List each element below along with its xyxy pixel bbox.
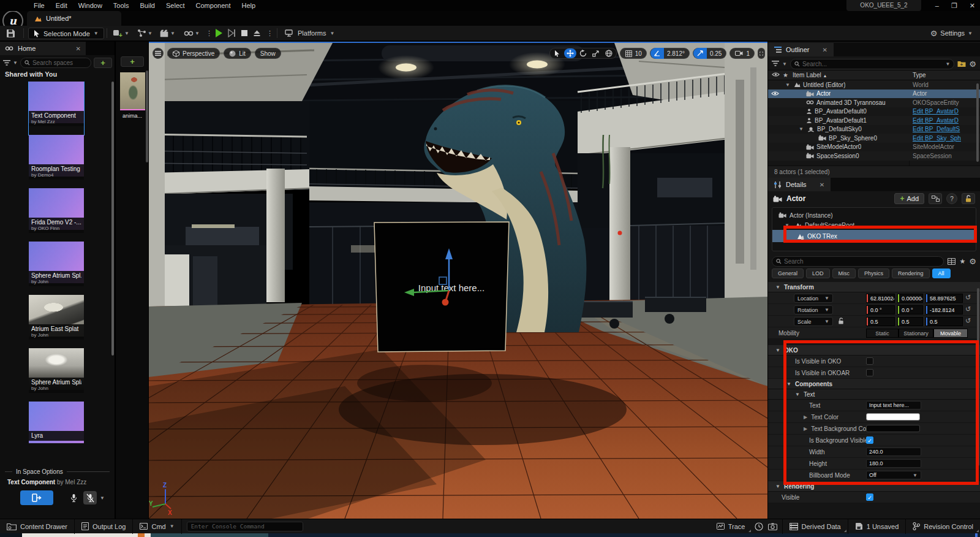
outliner-row[interactable]: SiteModelActor0SiteModelActor (768, 143, 980, 152)
add-component-button[interactable]: + Add (894, 193, 924, 204)
space-card[interactable]: Sphere Atrium Splatby John (29, 348, 84, 402)
tab-home[interactable]: Home ✕ (0, 42, 86, 55)
axis-value-z[interactable]: 0.5 (925, 317, 963, 326)
section-transform[interactable]: ▼Transform (768, 282, 980, 292)
toolbar-overflow-menu[interactable]: ⋮ (206, 26, 213, 40)
add-actor-button[interactable]: +▼ (113, 26, 129, 40)
details-scrollbar[interactable] (977, 288, 979, 466)
mobility-movable[interactable]: Movable (933, 329, 968, 338)
filter-misc[interactable]: Misc (832, 268, 856, 278)
axis-value-x[interactable]: 0.0 ° (866, 305, 895, 314)
axis-value-z[interactable]: -182.8124 (925, 305, 963, 314)
axis-value-y[interactable]: 0.0 ° (897, 305, 923, 314)
scale-lock-icon[interactable] (838, 318, 844, 324)
axis-value-y[interactable]: 0.5 (897, 317, 923, 326)
oko-tools-button[interactable]: ▼ (184, 26, 200, 40)
axis-value-z[interactable]: 58.897625 (925, 294, 963, 303)
details-search-input[interactable] (784, 258, 940, 265)
rotation-snap-control[interactable]: 2.812° (650, 48, 690, 59)
scale-tool-button[interactable] (590, 48, 602, 58)
is-visible-oko-checkbox[interactable] (866, 357, 873, 365)
is-visible-okoar-checkbox[interactable] (866, 369, 873, 376)
trace-button[interactable]: Trace (710, 519, 752, 534)
unsaved-button[interactable]: * 1 Unsaved (848, 519, 906, 534)
close-icon[interactable]: ✕ (76, 45, 81, 52)
filter-icon[interactable] (772, 61, 779, 67)
world-space-button[interactable] (603, 48, 615, 58)
minimize-button[interactable]: – (935, 2, 939, 9)
content-drawer-button[interactable]: Content Drawer (0, 519, 75, 534)
section-components[interactable]: ▼Components (768, 379, 980, 389)
revision-control-button[interactable]: Revision Control (905, 519, 980, 534)
viewport[interactable]: Input text here... Z Y X (149, 42, 767, 519)
console-command-input[interactable] (187, 522, 303, 531)
menu-component[interactable]: Component (190, 0, 236, 11)
settings-dropdown[interactable]: ⚙ Settings ▼ (930, 26, 973, 40)
mic-muted-button[interactable] (83, 491, 97, 505)
search-spaces-box[interactable] (20, 58, 91, 68)
menu-build[interactable]: Build (135, 0, 160, 11)
filter-rendering[interactable]: Rendering (892, 268, 930, 278)
unlock-icon[interactable] (962, 193, 975, 204)
perspective-dropdown[interactable]: Perspective (167, 48, 220, 59)
outliner-row[interactable]: ▼BP_DefaultSky0Edit BP_DefaultS (768, 125, 980, 134)
outliner-search-input[interactable] (802, 61, 943, 67)
outliner-item-type[interactable]: Edit BP_Sky_Sph (913, 135, 975, 142)
tree-row-actor-instance[interactable]: Actor (Instance) (772, 210, 976, 220)
mic-on-button[interactable] (67, 491, 80, 505)
filter-icon[interactable] (3, 60, 10, 66)
axis-value-x[interactable]: 62.810024 (866, 294, 895, 303)
filter-chevron-icon[interactable]: ▼ (782, 61, 787, 67)
new-folder-icon[interactable]: + (957, 60, 966, 67)
outliner-row[interactable]: ActorActor (768, 90, 980, 99)
camera-speed-control[interactable]: 1 (729, 48, 755, 59)
section-text[interactable]: ▼Text (768, 389, 980, 400)
details-settings-icon[interactable]: ⚙ (969, 257, 976, 266)
move-tool-button[interactable] (564, 48, 576, 58)
space-card[interactable]: Lyra (29, 402, 84, 455)
maximize-button[interactable]: ❐ (951, 2, 957, 10)
expand-icon[interactable]: ▶ (768, 426, 807, 432)
outliner-scrollbar[interactable] (976, 83, 979, 162)
platforms-dropdown[interactable]: Platforms ▼ (285, 26, 334, 40)
asset-scrollbar[interactable] (146, 70, 148, 162)
section-rendering[interactable]: ▼Rendering (768, 481, 980, 492)
space-card[interactable]: Roomplan Testingby Demo4 (29, 135, 84, 188)
expander-icon[interactable]: ▼ (785, 82, 791, 88)
mobility-static[interactable]: Static (866, 329, 899, 338)
level-tab[interactable]: Untitled* (27, 11, 121, 26)
play-button[interactable] (216, 29, 222, 37)
cmd-dropdown[interactable]: Cmd ▼ (133, 519, 181, 534)
outliner-search-box[interactable]: ▼ (790, 59, 954, 69)
tab-outliner[interactable]: Outliner ✕ (768, 43, 834, 56)
outliner-row[interactable]: BP_AvatarDefault1Edit BP_AvatarD (768, 116, 980, 125)
select-tool-button[interactable] (551, 48, 564, 58)
skip-frame-button[interactable] (228, 29, 236, 37)
space-card[interactable]: Text Componentby Mel Zzz (29, 82, 84, 135)
screenshot-button[interactable] (766, 519, 783, 534)
rotation-dropdown[interactable]: Rotation▼ (794, 305, 833, 314)
outliner-row[interactable]: Animated 3D Tyrannosaurus Rex DiOKOSpace… (768, 98, 980, 107)
outliner-column-header[interactable]: ★ Item Label ▲ Type (768, 70, 980, 80)
visible-checkbox[interactable]: ✓ (866, 493, 873, 501)
reset-to-default-icon[interactable]: ↺ (965, 294, 971, 302)
filter-general[interactable]: General (772, 268, 804, 278)
tree-row-scene-root[interactable]: ▼ DefaultSceneRoot (772, 220, 976, 230)
text-bg-color-swatch[interactable] (866, 425, 920, 432)
grid-snap-control[interactable]: 10 (620, 48, 647, 59)
audio-options-chevron-icon[interactable]: ▼ (100, 495, 105, 501)
bg-visible-checkbox[interactable]: ✓ (866, 436, 873, 444)
text-color-swatch[interactable] (866, 413, 920, 421)
maximize-viewport-button[interactable] (758, 48, 765, 59)
save-button[interactable] (6, 26, 15, 40)
close-button[interactable]: ✕ (970, 2, 975, 10)
derived-data-button[interactable]: Derived Data (783, 519, 848, 534)
leave-space-button[interactable] (20, 490, 53, 505)
add-asset-button[interactable]: + (121, 56, 144, 67)
scale-dropdown[interactable]: Scale▼ (794, 317, 833, 326)
favorites-icon[interactable]: ★ (959, 257, 965, 265)
play-options-menu[interactable]: ⋮ (266, 29, 273, 37)
search-spaces-input[interactable] (32, 59, 87, 66)
output-log-button[interactable]: Output Log (75, 519, 133, 534)
insights-button[interactable] (752, 519, 766, 534)
